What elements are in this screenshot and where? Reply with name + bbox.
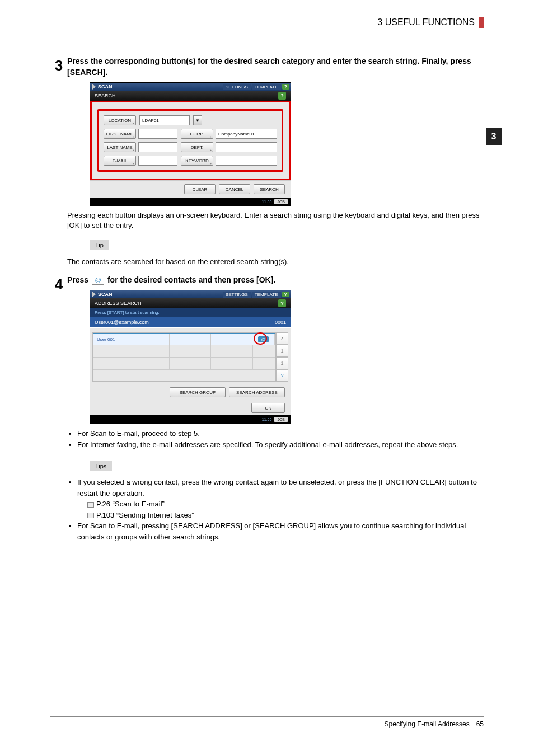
scroll-column: ∧ 1 1 ∨ bbox=[276, 332, 288, 382]
tip-label: Tip bbox=[90, 240, 109, 250]
step-number: 3 bbox=[50, 56, 67, 270]
page-total: 1 bbox=[276, 357, 288, 369]
scan-hint: Press [START] to start scanning. bbox=[90, 308, 291, 317]
screenshot-search: SCAN SETTINGS TEMPLATE ? SEARCH ? bbox=[90, 82, 291, 206]
callout-circle bbox=[254, 332, 267, 345]
tips-bullet1: If you selected a wrong contact, press t… bbox=[77, 477, 484, 520]
corp-field[interactable]: CompanyName01 bbox=[216, 129, 277, 139]
ss-statusbar: 11:55 JOB bbox=[90, 198, 291, 205]
last-name-field[interactable] bbox=[138, 142, 177, 152]
tips-label: Tips bbox=[90, 461, 112, 471]
page-current: 1 bbox=[276, 345, 288, 357]
step3-heading: Press the corresponding button(s) for th… bbox=[67, 56, 484, 78]
location-label: LOCATION bbox=[104, 115, 136, 125]
help-icon[interactable]: ? bbox=[282, 84, 290, 90]
step3-caption: Pressing each button displays an on-scre… bbox=[67, 210, 484, 231]
step4-bullet2: For Internet faxing, the e-mail addresse… bbox=[77, 439, 484, 450]
ss-topbar: SCAN SETTINGS TEMPLATE ? bbox=[90, 290, 291, 298]
search-title: SEARCH bbox=[95, 93, 116, 98]
location-field[interactable]: LDAP01 bbox=[139, 115, 190, 125]
scroll-down-icon[interactable]: ∨ bbox=[276, 369, 288, 382]
search-button[interactable]: SEARCH bbox=[254, 184, 285, 194]
book-icon bbox=[87, 502, 94, 508]
scroll-up-icon[interactable]: ∧ bbox=[276, 332, 288, 345]
step4-heading: Press @ for the desired contacts and the… bbox=[67, 275, 484, 286]
sub-help-icon[interactable]: ? bbox=[278, 299, 286, 307]
chapter-header: 3 USEFUL FUNCTIONS bbox=[0, 17, 534, 28]
template-tab[interactable]: TEMPLATE bbox=[252, 292, 281, 298]
tip-text: The contacts are searched for based on t… bbox=[67, 257, 484, 267]
back-icon bbox=[92, 84, 96, 90]
result-col1 bbox=[170, 334, 211, 345]
time-label: 11:55 bbox=[262, 200, 272, 204]
page-footer: Specifying E-mail Addresses 65 bbox=[50, 716, 484, 728]
ok-row: OK bbox=[90, 401, 291, 415]
ref1: P.26 “Scan to E-mail” bbox=[96, 500, 165, 508]
keyword-button[interactable]: KEYWORD bbox=[181, 156, 213, 166]
ss-footer: CLEAR CANCEL SEARCH bbox=[90, 180, 291, 198]
back-icon bbox=[92, 292, 96, 297]
job-button[interactable]: JOB bbox=[274, 199, 288, 204]
ss-topbar: SCAN SETTINGS TEMPLATE ? bbox=[90, 83, 291, 91]
ok-button[interactable]: OK bbox=[251, 403, 285, 413]
ss-statusbar: 11:55 JOB bbox=[90, 415, 291, 423]
ss-subbar: SEARCH ? bbox=[90, 91, 291, 101]
email-row: User001@example.com 0001 bbox=[90, 317, 291, 328]
help-icon[interactable]: ? bbox=[282, 292, 290, 297]
step-number: 4 bbox=[50, 275, 67, 548]
tips-bullet1-text: If you selected a wrong contact, press t… bbox=[77, 478, 477, 497]
dept-button[interactable]: DEPT. bbox=[181, 142, 213, 152]
search-address-button[interactable]: SEARCH ADDRESS bbox=[229, 387, 285, 397]
tips-bullet2: For Scan to E-mail, pressing [SEARCH ADD… bbox=[77, 520, 484, 542]
step4-heading-post: for the desired contacts and then press … bbox=[105, 275, 275, 284]
clear-button[interactable]: CLEAR bbox=[184, 184, 216, 194]
scan-label: SCAN bbox=[98, 84, 113, 90]
at-icon: @ bbox=[92, 276, 104, 285]
address-search-title: ADDRESS SEARCH bbox=[95, 300, 142, 306]
ss-subbar: ADDRESS SEARCH ? bbox=[90, 298, 291, 308]
result-row-empty bbox=[93, 345, 275, 358]
keyword-field[interactable] bbox=[216, 156, 277, 166]
corp-button[interactable]: CORP. bbox=[181, 129, 213, 139]
ref2: P.103 “Sending Internet faxes” bbox=[96, 511, 194, 519]
footer-page: 65 bbox=[476, 720, 484, 728]
template-tab[interactable]: TEMPLATE bbox=[252, 84, 281, 90]
result-row-empty bbox=[93, 358, 275, 370]
search-button-row: SEARCH GROUP SEARCH ADDRESS bbox=[90, 385, 291, 400]
email-field[interactable] bbox=[138, 156, 177, 166]
cancel-button[interactable]: CANCEL bbox=[219, 184, 250, 194]
first-name-button[interactable]: FIRST NAME bbox=[104, 129, 136, 139]
result-at-cell[interactable]: @ bbox=[252, 334, 275, 345]
step-3: 3 Press the corresponding button(s) for … bbox=[50, 56, 484, 270]
count-value: 0001 bbox=[275, 320, 286, 325]
job-button[interactable]: JOB bbox=[274, 417, 288, 422]
first-name-field[interactable] bbox=[138, 129, 177, 139]
result-name: User 001 bbox=[93, 334, 170, 345]
email-button[interactable]: E-MAIL bbox=[104, 156, 136, 166]
settings-tab[interactable]: SETTINGS bbox=[223, 84, 251, 90]
email-value: User001@example.com bbox=[95, 320, 149, 325]
settings-tab[interactable]: SETTINGS bbox=[223, 292, 251, 298]
dropdown-icon[interactable]: ▼ bbox=[193, 115, 202, 125]
dept-field[interactable] bbox=[216, 142, 277, 152]
results: User 001 @ bbox=[92, 332, 288, 382]
result-row[interactable]: User 001 @ bbox=[93, 333, 275, 345]
chapter-stripe bbox=[479, 17, 484, 28]
sub-help-icon[interactable]: ? bbox=[278, 92, 286, 100]
result-col2 bbox=[211, 334, 252, 345]
chapter-title: 3 USEFUL FUNCTIONS bbox=[377, 17, 475, 27]
last-name-button[interactable]: LAST NAME bbox=[104, 142, 136, 152]
footer-title: Specifying E-mail Addresses bbox=[385, 720, 470, 728]
side-tab: 3 bbox=[486, 128, 502, 145]
time-label: 11:55 bbox=[262, 417, 272, 421]
screenshot-address-search: SCAN SETTINGS TEMPLATE ? ADDRESS SEARCH … bbox=[90, 290, 291, 424]
step4-bullet1: For Scan to E-mail, proceed to step 5. bbox=[77, 428, 484, 439]
book-icon bbox=[87, 513, 94, 518]
scan-label: SCAN bbox=[98, 292, 113, 297]
ss-body: LOCATION LDAP01 ▼ FIRST NAME COR bbox=[90, 101, 291, 180]
step-4: 4 Press @ for the desired contacts and t… bbox=[50, 275, 484, 548]
search-group-button[interactable]: SEARCH GROUP bbox=[170, 387, 226, 397]
step4-heading-pre: Press bbox=[67, 275, 91, 284]
